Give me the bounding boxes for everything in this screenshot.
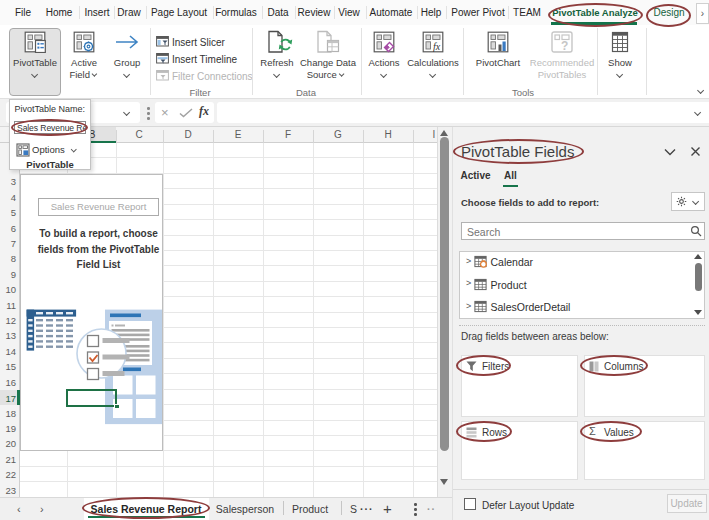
svg-text:fx: fx	[433, 41, 441, 52]
svg-text:?: ?	[561, 39, 568, 53]
